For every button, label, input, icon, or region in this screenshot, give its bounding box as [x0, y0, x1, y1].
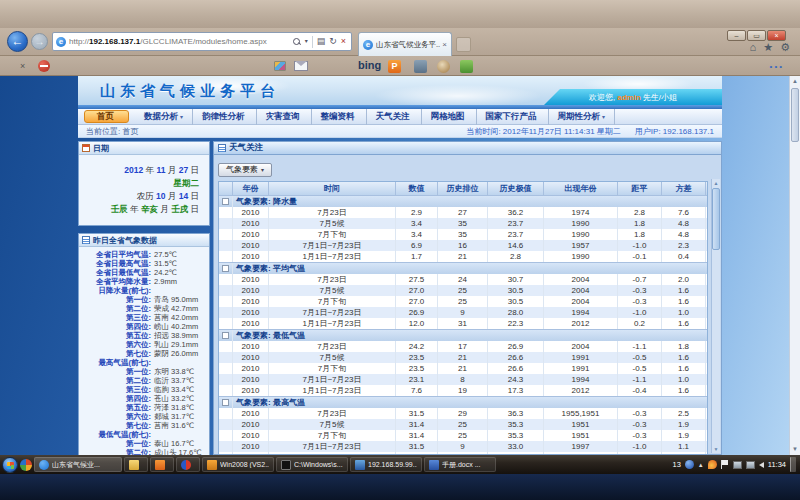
- table-row[interactable]: 2010 7月5候 23.5 21 26.6 1991 -0.5 1.6: [219, 352, 707, 363]
- table-row[interactable]: 2010 7月1日~7月23日 6.9 16 14.6 1957 -1.0 2.…: [219, 240, 707, 251]
- table-row[interactable]: 2010 1月1日~7月23日 1.7 21 2.8 1990 -0.1 0.4: [219, 251, 707, 262]
- nav-item[interactable]: 国家下行产品: [477, 109, 549, 125]
- bing-logo[interactable]: bing: [358, 59, 381, 71]
- close-toolbar-icon[interactable]: ×: [20, 61, 25, 71]
- refresh-icon[interactable]: ↻: [329, 33, 337, 50]
- volume-icon[interactable]: [759, 462, 764, 468]
- weather-data-row: 第七位: 蒙阴 26.0mm: [79, 349, 209, 358]
- window-minimize-button[interactable]: –: [727, 30, 746, 41]
- nav-item[interactable]: 数据分析 ▾: [135, 109, 193, 125]
- table-row[interactable]: 2010 7月5候 31.4 25 35.3 1951 -0.3 1.9: [219, 419, 707, 430]
- device-tray-icon[interactable]: [746, 461, 755, 469]
- scrollbar-thumb[interactable]: [791, 88, 799, 142]
- panel-scrollbar[interactable]: ▲ ▼: [711, 179, 720, 453]
- start-button[interactable]: [2, 457, 18, 473]
- nav-item[interactable]: 天气关注: [367, 109, 422, 125]
- section-checkbox[interactable]: [222, 399, 229, 406]
- favorites-star-icon[interactable]: ★: [763, 41, 773, 54]
- more-addons-dots-icon[interactable]: •••: [770, 62, 784, 71]
- tools-gear-icon[interactable]: ⚙: [780, 41, 790, 54]
- pet-addon-icon[interactable]: [437, 60, 450, 73]
- tab-close-icon[interactable]: ×: [442, 40, 447, 49]
- show-hidden-icons-arrow[interactable]: ▲: [698, 462, 704, 468]
- taskbar-task[interactable]: [150, 457, 174, 472]
- show-desktop-button[interactable]: [790, 457, 796, 472]
- table-row[interactable]: 2010 1月1日~7月23日 7.6 19 17.3 2012 -0.4 1.…: [219, 385, 707, 396]
- blocked-icon[interactable]: [38, 60, 50, 72]
- nav-item[interactable]: 周期性分析 ▾: [549, 109, 616, 125]
- table-row[interactable]: 2010 7月下旬 3.4 35 23.7 1990 1.8 4.8: [219, 229, 707, 240]
- action-center-flag-icon[interactable]: [721, 460, 729, 469]
- table-row[interactable]: 2010 7月23日 27.5 24 30.7 2004 -0.7 2.0: [219, 274, 707, 285]
- network-tray-icon[interactable]: [733, 461, 742, 469]
- orange-app-tray-icon[interactable]: [708, 460, 717, 469]
- scroll-down-arrow[interactable]: ▼: [790, 444, 800, 455]
- scroll-down-arrow[interactable]: ▼: [712, 445, 720, 453]
- browser-navigation-bar: ← → e http://192.168.137.1/GLCCLIMATE/mo…: [0, 28, 800, 56]
- taskbar-task[interactable]: C:\Windows\s...: [276, 457, 348, 472]
- table-row[interactable]: 2010 7月23日 2.9 27 36.2 1974 2.8 7.6: [219, 207, 707, 218]
- table-row[interactable]: 气象要素: 平均气温: [219, 262, 707, 274]
- scroll-up-arrow[interactable]: ▲: [790, 76, 800, 87]
- taskbar-task[interactable]: 192.168.59.99...: [350, 457, 422, 472]
- compatibility-view-icon[interactable]: ▤: [317, 33, 326, 50]
- sharing-addon-icon[interactable]: [460, 60, 473, 73]
- nav-item[interactable]: 首页: [84, 110, 129, 123]
- home-icon[interactable]: ⌂: [750, 41, 757, 54]
- p-addon-icon[interactable]: P: [388, 60, 401, 73]
- scrollbar-thumb[interactable]: [712, 188, 720, 250]
- table-row[interactable]: 2010 7月1日~7月23日 31.5 9 33.0 1997 -1.0 1.…: [219, 441, 707, 452]
- browser-tab[interactable]: e 山东省气候业务平... ×: [358, 32, 452, 56]
- nav-item[interactable]: 韵律性分析: [193, 109, 257, 125]
- table-row[interactable]: 气象要素: 最高气温: [219, 396, 707, 408]
- scroll-up-arrow[interactable]: ▲: [712, 179, 720, 187]
- section-checkbox[interactable]: [222, 265, 229, 272]
- nav-item[interactable]: 网格地图: [422, 109, 477, 125]
- nav-item-label: 天气关注: [376, 111, 410, 123]
- taskbar-task[interactable]: 手册.docx ...: [424, 457, 496, 472]
- url-text[interactable]: http://192.168.137.1/GLCCLIMATE/modules/…: [69, 37, 290, 46]
- cell-variance: 1.6: [662, 363, 706, 374]
- weather-data-row: 第一位: 泰山 16.7℃: [79, 439, 209, 448]
- taskbar-app-icon[interactable]: [20, 459, 32, 471]
- nav-item[interactable]: 灾害查询: [257, 109, 312, 125]
- table-row[interactable]: 气象要素: 降水量: [219, 195, 707, 207]
- table-row[interactable]: 2010 7月1日~7月23日 26.9 9 28.0 1994 -1.0 1.…: [219, 307, 707, 318]
- globe-tray-icon[interactable]: [685, 460, 694, 469]
- window-maximize-button[interactable]: ▭: [747, 30, 766, 41]
- window-close-button[interactable]: ×: [767, 30, 786, 41]
- table-row[interactable]: 2010 7月5候 3.4 35 23.7 1990 1.8 4.8: [219, 218, 707, 229]
- back-button[interactable]: ←: [7, 31, 28, 52]
- section-checkbox[interactable]: [222, 332, 229, 339]
- table-row[interactable]: 2010 7月23日 31.5 29 36.3 1955,1951 -0.3 2…: [219, 408, 707, 419]
- taskbar-task[interactable]: [176, 457, 200, 472]
- stop-icon[interactable]: ×: [341, 33, 346, 50]
- nav-item[interactable]: 整编资料: [312, 109, 367, 125]
- table-row[interactable]: 2010 7月下旬 27.0 25 30.5 2004 -0.3 1.6: [219, 296, 707, 307]
- table-row[interactable]: 2010 7月1日~7月23日 23.1 8 24.3 1994 -1.1 1.…: [219, 374, 707, 385]
- taskbar-task[interactable]: 山东省气候业...: [34, 457, 122, 472]
- search-dropdown-arrow-icon[interactable]: ▾: [305, 33, 308, 50]
- input-indicator[interactable]: 13: [672, 460, 680, 469]
- taskbar-task[interactable]: [124, 457, 148, 472]
- address-bar[interactable]: e http://192.168.137.1/GLCCLIMATE/module…: [52, 32, 352, 51]
- mail-icon[interactable]: [294, 61, 308, 71]
- table-row[interactable]: 2010 7月5候 27.0 25 30.5 2004 -0.3 1.6: [219, 285, 707, 296]
- browser-scrollbar[interactable]: ▲ ▼: [789, 76, 800, 455]
- forward-button[interactable]: →: [31, 33, 48, 50]
- table-row[interactable]: 2010 7月下旬 23.5 21 26.6 1991 -0.5 1.6: [219, 363, 707, 374]
- table-row[interactable]: 2010 7月23日 24.2 17 26.9 2004 -1.1 1.8: [219, 341, 707, 352]
- media-addon-icon[interactable]: [414, 60, 427, 73]
- table-row[interactable]: 2010 1月1日~7月23日 12.0 31 22.3 2012 0.2 1.…: [219, 318, 707, 329]
- section-checkbox[interactable]: [222, 198, 229, 205]
- taskbar-task[interactable]: Win2008 (VS2...: [202, 457, 274, 472]
- cell-year: 2010: [233, 441, 269, 452]
- element-filter-button[interactable]: 气象要素 ▾: [218, 163, 272, 177]
- new-tab-button[interactable]: [456, 37, 471, 52]
- table-row[interactable]: 气象要素: 最低气温: [219, 329, 707, 341]
- checkbox-column-header: [219, 182, 233, 195]
- table-row[interactable]: 2010 7月下旬 31.4 25 35.3 1951 -0.3 1.9: [219, 430, 707, 441]
- clock[interactable]: 11:34: [768, 460, 786, 469]
- card-addon-icon[interactable]: [274, 61, 286, 71]
- search-icon[interactable]: [292, 37, 301, 46]
